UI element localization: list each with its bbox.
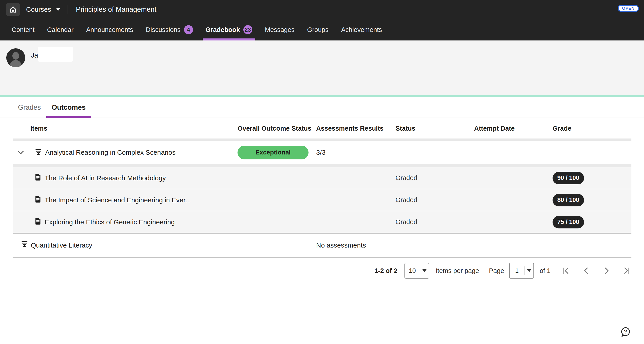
last-page-icon (623, 267, 630, 274)
outcomes-table: Items Overall Outcome Status Assessments… (13, 118, 632, 258)
svg-text:?: ? (624, 328, 627, 334)
chevron-down-icon (527, 269, 531, 272)
table-header-row: Items Overall Outcome Status Assessments… (13, 118, 632, 141)
assessment-title: The Role of AI in Research Methodology (45, 174, 166, 182)
help-question-bubble-icon: ? (620, 327, 631, 337)
outcome-title: Analytical Reasoning in Complex Scenario… (45, 149, 176, 156)
student-banner: Jax (0, 41, 644, 97)
topbar-divider (67, 5, 68, 14)
outcome-title: Quantitative Literacy (31, 241, 92, 249)
overall-status-badge: Exceptional (238, 146, 308, 159)
assessment-title: The Impact of Science and Engineering in… (45, 196, 191, 204)
row-separator (13, 164, 632, 167)
nav-item-announcements[interactable]: Announcements (83, 19, 136, 41)
assessment-row: The Impact of Science and Engineering in… (13, 189, 632, 211)
nav-item-gradebook[interactable]: Gradebook 23 (203, 19, 255, 41)
open-status-badge: OPEN (618, 5, 639, 12)
nav-item-groups[interactable]: Groups (304, 19, 332, 41)
document-icon (35, 218, 41, 226)
grade-badge: 90 / 100 (552, 172, 584, 184)
outcome-group-row: Analytical Reasoning in Complex Scenario… (13, 141, 632, 164)
nav-item-content[interactable]: Content (9, 19, 38, 41)
courses-label: Courses (26, 6, 51, 13)
nav-item-discussions[interactable]: Discussions 4 (143, 19, 196, 41)
assessment-row: Exploring the Ethics of Genetic Engineer… (13, 211, 632, 233)
document-icon (35, 196, 41, 204)
assessment-status: Graded (396, 218, 474, 226)
goblet-icon (35, 149, 42, 156)
document-icon (35, 174, 41, 182)
teal-accent-line (0, 95, 644, 97)
gradebook-tabs: Grades Outcomes (0, 97, 644, 118)
course-title: Principles of Management (76, 6, 156, 14)
chevron-left-icon (582, 267, 590, 274)
collapse-chevron-down-icon[interactable] (17, 150, 24, 155)
nav-item-achievements[interactable]: Achievements (338, 19, 385, 41)
items-range-label: 1-2 of 2 (374, 267, 398, 274)
tab-outcomes[interactable]: Outcomes (46, 97, 91, 118)
chevron-down-icon (56, 8, 60, 11)
courses-dropdown[interactable]: Courses (26, 6, 60, 13)
items-per-page-label: items per page (436, 267, 479, 274)
home-icon (9, 6, 17, 13)
grade-badge: 75 / 100 (552, 216, 584, 228)
grade-badge: 80 / 100 (552, 194, 584, 206)
assessment-status: Graded (396, 174, 474, 182)
tab-grades[interactable]: Grades (12, 97, 46, 118)
assessment-status: Graded (396, 196, 474, 204)
goblet-icon (21, 241, 28, 250)
col-header-attempt-date: Attempt Date (474, 125, 552, 132)
nav-item-calendar[interactable]: Calendar (44, 19, 76, 41)
course-nav-bar: Content Calendar Announcements Discussio… (0, 19, 644, 41)
gradebook-outcomes-page: Courses Principles of Management OPEN Co… (0, 0, 644, 344)
next-page-button[interactable] (602, 266, 611, 275)
col-header-overall-outcome-status: Overall Outcome Status (238, 125, 316, 132)
chevron-down-icon (422, 269, 426, 272)
page-number-value: 1 (510, 263, 524, 278)
discussions-count-badge: 4 (184, 25, 193, 34)
home-button[interactable] (6, 3, 20, 16)
first-page-icon (562, 267, 570, 274)
pagination-bar: 1-2 of 2 10 items per page Page 1 of 1 (13, 263, 632, 279)
col-header-grade: Grade (552, 125, 632, 132)
page-number-select[interactable]: 1 (509, 263, 534, 278)
items-per-page-select[interactable]: 10 (404, 263, 429, 278)
gradebook-count-badge: 23 (243, 25, 252, 34)
top-bar: Courses Principles of Management OPEN (0, 0, 644, 19)
redacted-name-overlay (38, 47, 73, 62)
page-label: Page (489, 267, 504, 274)
col-header-status: Status (396, 125, 474, 132)
col-header-items: Items (13, 125, 238, 132)
first-page-button[interactable] (561, 266, 571, 275)
outcome-group-row: Quantitative Literacy No assessments (13, 234, 632, 257)
items-per-page-value: 10 (405, 263, 420, 278)
nav-item-messages[interactable]: Messages (262, 19, 298, 41)
assessments-results-value: 3/3 (316, 149, 396, 156)
help-button[interactable]: ? (620, 327, 631, 337)
assessments-results-value: No assessments (316, 241, 396, 249)
page-count-label: of 1 (540, 267, 550, 274)
last-page-button[interactable] (622, 266, 632, 275)
previous-page-button[interactable] (582, 266, 591, 275)
assessment-title: Exploring the Ethics of Genetic Engineer… (45, 218, 175, 226)
avatar (6, 48, 25, 67)
table-bottom-border (13, 257, 632, 258)
chevron-right-icon (603, 267, 610, 274)
assessment-row: The Role of AI in Research Methodology G… (13, 167, 632, 189)
col-header-assessments-results: Assessments Results (316, 125, 396, 132)
